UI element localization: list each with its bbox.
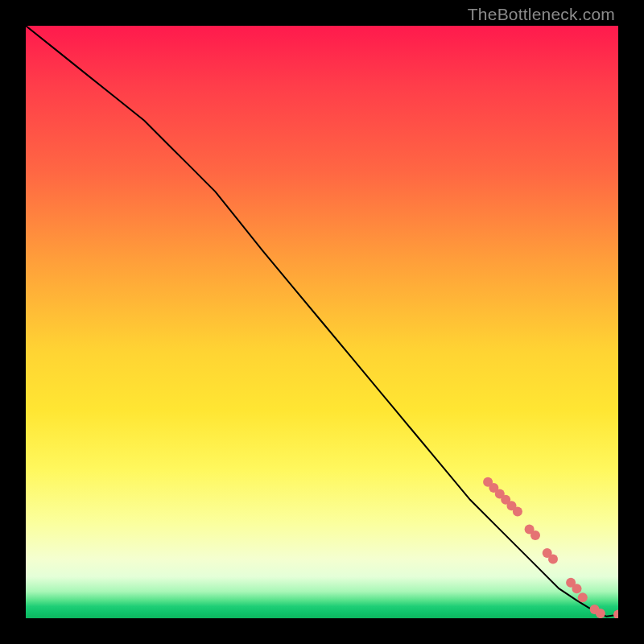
highlight-marker xyxy=(530,530,540,540)
highlight-markers xyxy=(483,477,618,618)
highlight-marker xyxy=(578,592,588,602)
highlight-marker xyxy=(548,554,558,564)
watermark-text: TheBottleneck.com xyxy=(468,5,615,24)
plot-area xyxy=(26,26,618,618)
highlight-marker xyxy=(572,584,582,593)
chart-overlay xyxy=(26,26,618,618)
highlight-marker xyxy=(513,507,522,517)
chart-frame: TheBottleneck.com xyxy=(0,0,644,644)
highlight-marker xyxy=(613,610,618,618)
highlight-marker xyxy=(596,609,605,618)
